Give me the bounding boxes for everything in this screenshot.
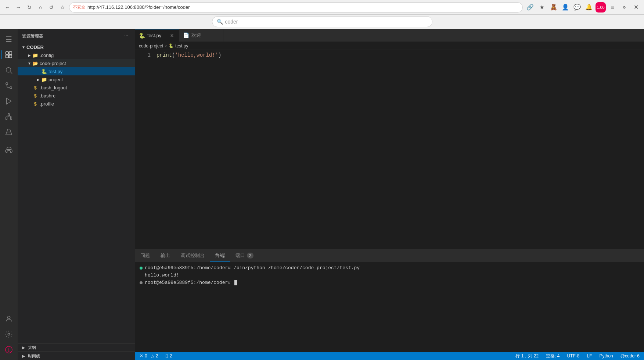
item-label: .bash_logout <box>40 85 67 90</box>
error-icon: ✕ <box>140 353 143 359</box>
status-errors[interactable]: ✕ 0 △ 2 <box>138 352 159 360</box>
activity-account-icon[interactable] <box>1 311 16 326</box>
address-bar[interactable]: 不安全 http://47.116.122.106:8080/?folder=/… <box>69 2 523 13</box>
problems-label: 问题 <box>140 252 150 259</box>
tree-item-bashrc[interactable]: $ .bashrc <box>18 92 135 100</box>
status-spaces[interactable]: 空格: 4 <box>544 352 561 360</box>
chevron-icon: ▶ <box>26 52 32 58</box>
activity-explorer-icon[interactable] <box>1 47 16 62</box>
no-chevron <box>26 93 32 99</box>
ports-badge: 2 <box>247 253 253 259</box>
browser-toolbar: 🔗 ★ 🧸 👤 💬 🔔 1.00 ≡ ⋄ ✕ <box>525 2 641 13</box>
share-icon[interactable]: 🔗 <box>525 2 535 13</box>
terminal-dot-gray <box>140 281 143 284</box>
folder-open-icon: 📂 <box>32 60 38 66</box>
tree-item-code-project[interactable]: ▼ 📂 code-project <box>18 59 135 67</box>
activity-menu-icon[interactable]: ☰ <box>1 32 16 47</box>
back-button[interactable]: ← <box>3 3 12 12</box>
svg-rect-9 <box>6 117 7 120</box>
svg-rect-1 <box>9 52 12 54</box>
panel-tab-ports[interactable]: 端口 2 <box>230 249 259 262</box>
svg-marker-8 <box>7 98 11 104</box>
svg-rect-3 <box>9 55 12 58</box>
activity-run-icon[interactable] <box>1 94 16 108</box>
apps-icon[interactable]: ⋄ <box>619 2 629 13</box>
tree-root-coder[interactable]: ▼ CODER <box>18 43 135 51</box>
status-right: 行 1，列 22 空格: 4 UTF-8 LF Python @coder 6 <box>514 352 641 360</box>
tree-item-bash-logout[interactable]: $ .bash_logout <box>18 83 135 92</box>
svg-point-14 <box>7 316 10 319</box>
activity-error-icon[interactable] <box>1 342 16 357</box>
tree-item-profile[interactable]: $ .profile <box>18 100 135 108</box>
browser-bar: ← → ↻ ⌂ ↺ ☆ 不安全 http://47.116.122.106:80… <box>0 0 644 15</box>
status-line-ending[interactable]: LF <box>585 352 593 360</box>
sidebar-more-button[interactable]: ⋯ <box>122 32 130 40</box>
breadcrumb-code-project[interactable]: code-project <box>139 43 163 49</box>
ports-label: 端口 <box>235 252 245 259</box>
status-language[interactable]: Python <box>598 352 614 360</box>
spaces-text: 空格: 4 <box>546 353 560 359</box>
sidebar: 资源管理器 ⋯ ▼ CODER ▶ 📁 .config ▼ 📂 code-pro… <box>18 29 135 360</box>
panel-tab-debug[interactable]: 调试控制台 <box>176 249 210 262</box>
timeline-section-header[interactable]: ▶ 时间线 <box>18 352 135 360</box>
sidebar-timeline-section: ▶ 时间线 <box>18 352 135 360</box>
tree-item-test-py[interactable]: 🐍 test.py <box>18 67 135 75</box>
code-paren-close: ) <box>218 51 221 59</box>
line-number-1: 1 <box>135 51 151 59</box>
bookmark-star-icon[interactable]: ★ <box>537 2 547 13</box>
forward-button[interactable]: → <box>14 3 23 12</box>
svg-point-18 <box>8 351 9 352</box>
status-branch[interactable]: ⌷ 2 <box>164 352 173 360</box>
code-string: 'hello,world!' <box>175 51 218 59</box>
sidebar-outline-section: ▶ 大纲 <box>18 343 135 352</box>
chat-icon[interactable]: 💬 <box>572 2 582 13</box>
item-label: code-project <box>40 61 66 66</box>
search-bar[interactable]: 🔍 coder <box>212 16 432 27</box>
tree-item-project[interactable]: ▶ 📁 project <box>18 75 135 83</box>
tab-test-py[interactable]: 🐍 test.py ✕ <box>135 29 179 42</box>
svg-rect-2 <box>6 55 8 58</box>
breadcrumb-test-py[interactable]: test.py <box>175 43 188 49</box>
activity-search-icon[interactable] <box>1 63 16 78</box>
svg-line-13 <box>9 115 11 117</box>
activity-settings-icon[interactable] <box>1 327 16 342</box>
panel-tab-terminal[interactable]: 终端 <box>210 249 230 262</box>
undo-button[interactable]: ↺ <box>47 3 56 12</box>
home-button[interactable]: ⌂ <box>36 3 45 12</box>
activity-python-icon[interactable] <box>1 143 16 158</box>
svg-point-7 <box>10 87 12 89</box>
status-encoding[interactable]: UTF-8 <box>565 352 581 360</box>
activity-bar: ☰ <box>0 29 18 360</box>
svg-line-12 <box>7 115 9 117</box>
profile-icon[interactable]: 👤 <box>560 2 571 13</box>
activity-bar-bottom <box>1 311 16 357</box>
chevron-icon: ▶ <box>35 76 41 82</box>
extensions-icon[interactable]: 🧸 <box>548 2 559 13</box>
item-label: test.py <box>48 69 62 74</box>
window-close-icon[interactable]: ✕ <box>631 2 641 13</box>
tab-welcome[interactable]: 📄 欢迎 <box>179 29 223 42</box>
tree-item-config[interactable]: ▶ 📁 .config <box>18 51 135 59</box>
panel-tab-problems[interactable]: 问题 <box>135 249 155 262</box>
chevron-icon: ▶ <box>21 346 26 350</box>
item-label: .bashrc <box>40 93 55 99</box>
activity-scm-icon[interactable] <box>1 78 16 93</box>
activity-test-icon[interactable] <box>1 125 16 139</box>
tab-close-button[interactable]: ✕ <box>169 32 175 39</box>
bookmark-button[interactable]: ☆ <box>58 3 67 12</box>
terminal-content[interactable]: root@e5a99e5889f5:/home/coder# /bin/pyth… <box>135 262 644 352</box>
svg-rect-0 <box>6 52 8 54</box>
outline-section-header[interactable]: ▶ 大纲 <box>18 343 135 352</box>
refresh-button[interactable]: ↻ <box>25 3 34 12</box>
status-extra[interactable]: @coder 6 <box>619 352 641 360</box>
panel-tab-output[interactable]: 输出 <box>155 249 176 262</box>
branch-count: 2 <box>169 353 172 359</box>
code-content[interactable]: print('hello,world!') <box>154 50 644 249</box>
notification-icon[interactable]: 🔔 <box>584 2 594 13</box>
warn-icon: △ <box>151 353 154 359</box>
menu-icon[interactable]: ≡ <box>607 2 618 13</box>
outline-label: 大纲 <box>28 345 36 350</box>
status-position[interactable]: 行 1，列 22 <box>514 352 540 360</box>
main-area: 🐍 test.py ✕ 📄 欢迎 code-project > 🐍 test.p… <box>135 29 644 360</box>
activity-extensions-icon[interactable] <box>1 109 16 124</box>
